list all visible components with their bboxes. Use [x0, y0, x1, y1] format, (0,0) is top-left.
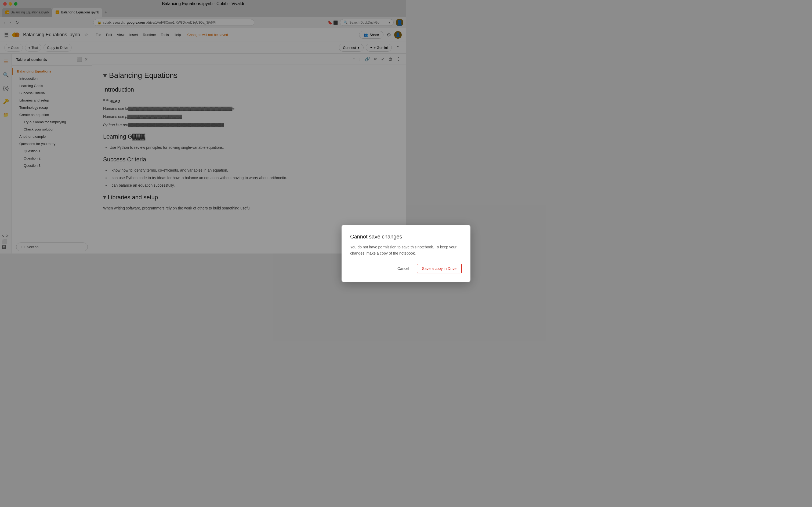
- modal-overlay: Cannot save changes You do not have perm…: [0, 0, 406, 253]
- cannot-save-dialog: Cannot save changes You do not have perm…: [342, 225, 406, 253]
- dialog-body: You do not have permission to save this …: [350, 244, 406, 253]
- dialog-title: Cannot save changes: [350, 234, 406, 240]
